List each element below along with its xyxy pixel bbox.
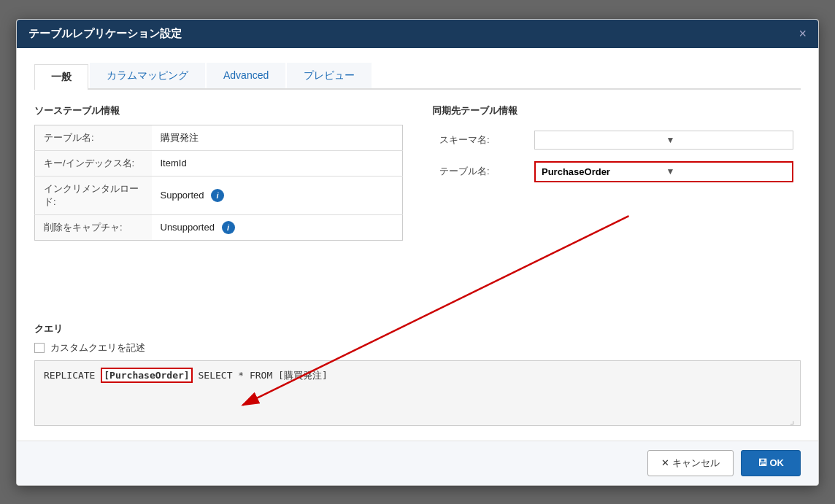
tab-preview[interactable]: プレビュー [287, 63, 372, 88]
dest-info-table: スキーマ名: ▼ テーブル名: [432, 125, 801, 188]
dest-schema-select-cell: ▼ [527, 125, 801, 155]
query-section-title: クエリ [34, 322, 801, 336]
schema-select[interactable]: ▼ [534, 131, 793, 150]
source-incremental-value: Supported i [152, 176, 403, 214]
source-delete-value: Unsupported i [152, 214, 403, 240]
query-prefix: REPLICATE [44, 370, 95, 381]
custom-query-row: カスタムクエリを記述 [34, 341, 801, 354]
query-text-suffix: SELECT * FROM [購買発注] [199, 370, 328, 381]
table-row: テーブル名: 購買発注 [35, 125, 403, 150]
dest-schema-label: スキーマ名: [432, 125, 527, 155]
dest-section-title: 同期先テーブル情報 [432, 104, 801, 117]
dest-tablename-select-cell: PurchaseOrder ▼ [527, 155, 801, 188]
dialog-title: テーブルレプリケーション設定 [28, 27, 182, 41]
query-highlight: [PurchaseOrder] [101, 368, 192, 383]
source-tablename-value: 購買発注 [152, 125, 403, 150]
delete-info-icon[interactable]: i [222, 221, 235, 234]
dialog-footer: ✕ キャンセル 🖫 OK [17, 441, 818, 485]
dest-tablename-label: テーブル名: [432, 155, 527, 188]
table-select[interactable]: PurchaseOrder ▼ [534, 161, 793, 182]
cancel-button[interactable]: ✕ キャンセル [647, 450, 734, 476]
main-content: ソーステーブル情報 テーブル名: 購買発注 キー/インデックス名: ItemId… [34, 104, 801, 304]
table-dropdown-arrow: ▼ [666, 166, 787, 177]
tab-bar: 一般 カラムマッピング Advanced プレビュー [34, 63, 801, 90]
incremental-info-icon[interactable]: i [211, 189, 224, 202]
source-tablename-label: テーブル名: [35, 125, 152, 150]
query-textarea-wrapper: REPLICATE [PurchaseOrder] SELECT * FROM … [34, 360, 801, 426]
source-keyindex-value: ItemId [152, 150, 403, 176]
source-section: ソーステーブル情報 テーブル名: 購買発注 キー/インデックス名: ItemId… [34, 104, 403, 304]
query-suffix [193, 370, 199, 381]
source-section-title: ソーステーブル情報 [34, 104, 403, 117]
tab-general[interactable]: 一般 [34, 64, 88, 90]
dialog-body: 一般 カラムマッピング Advanced プレビュー ソーステーブル情報 テーブ… [17, 48, 818, 441]
source-incremental-label: インクリメンタルロード: [35, 176, 152, 214]
dest-section: 同期先テーブル情報 スキーマ名: ▼ [432, 104, 801, 304]
ok-button[interactable]: 🖫 OK [741, 450, 801, 476]
query-textarea[interactable]: REPLICATE [PurchaseOrder] SELECT * FROM … [34, 360, 801, 426]
custom-query-checkbox[interactable] [34, 343, 45, 353]
table-row: 削除をキャプチャ: Unsupported i [35, 214, 403, 240]
source-delete-label: 削除をキャプチャ: [35, 214, 152, 240]
table-row: インクリメンタルロード: Supported i [35, 176, 403, 214]
dialog: テーブルレプリケーション設定 × 一般 カラムマッピング Advanced プレ… [16, 19, 819, 486]
custom-query-label: カスタムクエリを記述 [50, 341, 145, 354]
tab-advanced[interactable]: Advanced [207, 63, 285, 88]
close-button[interactable]: × [799, 27, 807, 40]
table-row: テーブル名: PurchaseOrder ▼ [432, 155, 801, 188]
source-keyindex-label: キー/インデックス名: [35, 150, 152, 176]
resize-handle[interactable]: ⌟ [790, 415, 799, 424]
table-row: スキーマ名: ▼ [432, 125, 801, 155]
query-section: クエリ カスタムクエリを記述 REPLICATE [PurchaseOrder]… [34, 322, 801, 426]
table-select-value: PurchaseOrder [542, 166, 662, 177]
dialog-header: テーブルレプリケーション設定 × [17, 20, 818, 48]
schema-dropdown-arrow: ▼ [666, 135, 788, 145]
tab-column-mapping[interactable]: カラムマッピング [90, 63, 205, 88]
source-info-table: テーブル名: 購買発注 キー/インデックス名: ItemId インクリメンタルロ… [34, 125, 403, 241]
table-row: キー/インデックス名: ItemId [35, 150, 403, 176]
